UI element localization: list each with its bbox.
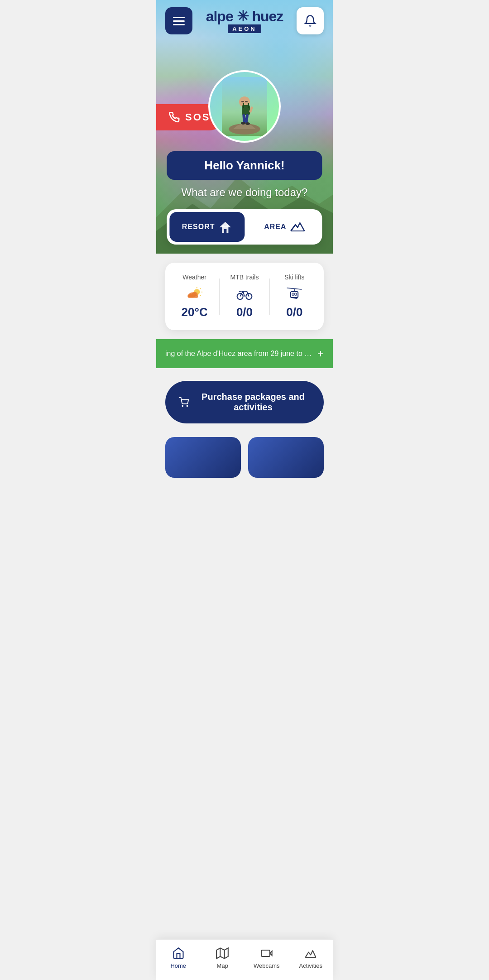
avatar-container bbox=[208, 70, 281, 143]
bicycle-icon bbox=[236, 285, 253, 302]
resort-area-tabs: RESORT AREA bbox=[167, 209, 322, 245]
avatar bbox=[208, 70, 281, 143]
cloud-sun-icon bbox=[187, 285, 203, 302]
bell-icon bbox=[304, 14, 316, 27]
logo-main-text: alpe ✳ huez bbox=[206, 9, 283, 24]
logo-alpe: alpe bbox=[206, 8, 237, 24]
area-icon bbox=[290, 221, 305, 233]
menu-line-1 bbox=[173, 17, 185, 18]
resort-icon bbox=[219, 221, 232, 233]
tab-area-label: AREA bbox=[264, 223, 286, 231]
news-text: ing of the Alpe d'Huez area from 29 june… bbox=[165, 350, 312, 358]
ski-lift-icon bbox=[273, 285, 316, 302]
mtb-label: MTB trails bbox=[223, 274, 265, 281]
svg-point-37 bbox=[187, 405, 188, 406]
svg-rect-27 bbox=[187, 295, 198, 298]
svg-point-36 bbox=[182, 405, 183, 406]
weather-icon bbox=[173, 285, 216, 302]
gondola-icon bbox=[286, 285, 302, 302]
stats-card: Weather 20°C MTB trails bbox=[165, 263, 324, 330]
menu-button[interactable] bbox=[165, 7, 192, 34]
tab-resort[interactable]: RESORT bbox=[169, 212, 244, 242]
avatar-image bbox=[222, 77, 267, 136]
svg-rect-11 bbox=[241, 101, 244, 102]
svg-rect-5 bbox=[248, 103, 249, 108]
hero-section: alpe ✳ huez AEON SOS bbox=[156, 0, 333, 254]
svg-point-9 bbox=[245, 122, 250, 125]
mtb-icon bbox=[223, 285, 265, 302]
svg-point-8 bbox=[241, 122, 245, 125]
svg-marker-14 bbox=[220, 222, 231, 227]
app-logo: alpe ✳ huez AEON bbox=[206, 9, 283, 33]
svg-rect-12 bbox=[245, 101, 248, 102]
svg-rect-32 bbox=[291, 292, 298, 298]
purchase-button[interactable]: Purchase packages and activities bbox=[165, 381, 324, 423]
preview-cards-area bbox=[156, 432, 333, 487]
notification-button[interactable] bbox=[297, 7, 324, 34]
purchase-label: Purchase packages and activities bbox=[196, 392, 310, 413]
menu-line-2 bbox=[173, 20, 185, 22]
news-banner[interactable]: ing of the Alpe d'Huez area from 29 june… bbox=[156, 339, 333, 368]
logo-star: ✳ bbox=[237, 8, 249, 24]
svg-rect-16 bbox=[222, 225, 224, 226]
bottom-spacer bbox=[156, 487, 333, 532]
purchase-section: Purchase packages and activities bbox=[156, 368, 333, 432]
sos-label: SOS bbox=[185, 111, 210, 123]
svg-rect-34 bbox=[295, 293, 297, 295]
svg-rect-15 bbox=[224, 229, 227, 233]
app-header: alpe ✳ huez AEON bbox=[156, 0, 333, 42]
weather-stat: Weather 20°C bbox=[170, 274, 219, 319]
news-plus-button[interactable]: + bbox=[317, 347, 324, 360]
tabs-card: RESORT AREA bbox=[167, 209, 322, 245]
mtb-stat: MTB trails 0/0 bbox=[220, 274, 269, 319]
svg-rect-4 bbox=[243, 103, 244, 108]
logo-sub-text: AEON bbox=[228, 24, 261, 33]
hello-card: Hello Yannick! What are we doing today? bbox=[167, 151, 322, 199]
logo-huez: huez bbox=[249, 8, 283, 24]
tab-resort-label: RESORT bbox=[182, 223, 215, 231]
phone-icon bbox=[169, 112, 180, 123]
skilifts-stat: Ski lifts 0/0 bbox=[270, 274, 319, 319]
preview-card-2[interactable] bbox=[248, 437, 324, 478]
svg-rect-17 bbox=[227, 225, 229, 226]
mtb-value: 0/0 bbox=[223, 305, 265, 319]
cart-icon bbox=[179, 396, 189, 408]
greeting-text: Hello Yannick! bbox=[167, 151, 322, 180]
skilifts-value: 0/0 bbox=[273, 305, 316, 319]
menu-line-3 bbox=[173, 24, 185, 25]
subtitle-text: What are we doing today? bbox=[167, 185, 322, 199]
svg-line-23 bbox=[200, 295, 201, 296]
preview-card-1[interactable] bbox=[165, 437, 241, 478]
tab-area[interactable]: AREA bbox=[247, 209, 322, 245]
weather-label: Weather bbox=[173, 274, 216, 281]
weather-value: 20°C bbox=[173, 305, 216, 319]
skilifts-label: Ski lifts bbox=[273, 274, 316, 281]
svg-rect-33 bbox=[292, 293, 294, 295]
svg-line-21 bbox=[200, 288, 201, 289]
